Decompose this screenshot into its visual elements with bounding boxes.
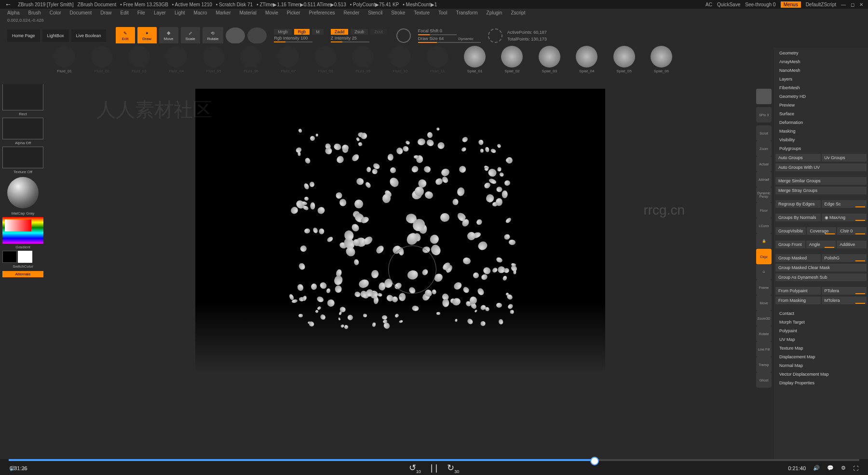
window-max-icon[interactable]: ◻	[851, 2, 854, 7]
texture-thumb[interactable]	[2, 147, 43, 168]
btn-mtolera[interactable]: MTolera	[822, 297, 867, 304]
btn-groupvisible[interactable]: GroupVisible	[775, 227, 806, 235]
panel-polypaint[interactable]: Polypaint	[775, 327, 867, 335]
strip-move[interactable]: Move	[756, 295, 772, 311]
menu-render[interactable]: Render	[344, 10, 360, 15]
panel-displacement-map[interactable]: Displacement Map	[775, 353, 867, 361]
panel-fibermesh[interactable]: FiberMesh	[775, 84, 867, 92]
btn-regroup-by-edges[interactable]: Regroup By Edges	[775, 200, 821, 208]
edit-button[interactable]: ✎Edit	[116, 27, 135, 45]
strip-line-fill[interactable]: Line Fill	[756, 341, 772, 357]
menu-zplugin[interactable]: Zplugin	[487, 10, 502, 15]
menu-light[interactable]: Light	[175, 10, 185, 15]
menu-zscript[interactable]: Zscript	[511, 10, 525, 15]
material-sphere-icon[interactable]	[756, 89, 772, 104]
btn-ptolera[interactable]: PTolera	[822, 287, 867, 295]
panel-contact[interactable]: Contact	[775, 310, 867, 317]
lightbox-button[interactable]: LightBox	[42, 29, 69, 42]
strip-dynamic-persp[interactable]: Dynamic Persp	[756, 187, 772, 203]
brush-fluid_03[interactable]: Fluid_03	[123, 46, 155, 82]
btn-group-front[interactable]: Group Front	[775, 241, 805, 248]
brush-splat_04[interactable]: Splat_04	[570, 46, 603, 82]
alpha-thumb[interactable]	[2, 118, 43, 139]
strip-scroll[interactable]: Scroll	[756, 125, 772, 141]
btn-groups-by-normals[interactable]: Groups By Normals	[775, 214, 821, 221]
strip-⊙[interactable]: ⊙	[756, 264, 772, 280]
menu-picker[interactable]: Picker	[287, 10, 300, 15]
brush-fluid_07[interactable]: Fluid_07	[272, 46, 304, 82]
panel-texture-map[interactable]: Texture Map	[775, 344, 867, 352]
quicksave-button[interactable]: QuickSave	[717, 2, 740, 7]
subtitle-icon-left[interactable]: ▭	[23, 466, 27, 471]
menus-button[interactable]: Menus	[781, 1, 801, 8]
strip-rotate[interactable]: Rotate	[756, 326, 772, 341]
menu-alpha[interactable]: Alpha	[7, 10, 20, 15]
btn-edge-sc[interactable]: Edge Sc	[822, 200, 867, 208]
focal-shift-slider[interactable]	[418, 34, 457, 35]
panel-polygroups[interactable]: Polygroups	[775, 145, 867, 152]
scale-button[interactable]: ⤢Scale	[181, 27, 200, 45]
menu-color[interactable]: Color	[50, 10, 61, 15]
zsub-button[interactable]: Zsub	[351, 29, 368, 35]
sculptris-button[interactable]	[247, 27, 267, 44]
menu-stroke[interactable]: Stroke	[391, 10, 405, 15]
brush-fluid_04[interactable]: Fluid_04	[160, 46, 192, 82]
volume-icon-left[interactable]: 🔊	[10, 466, 15, 471]
gizmo-button[interactable]	[226, 27, 245, 44]
z-intensity-slider[interactable]	[331, 41, 369, 42]
move-button[interactable]: ✥Move	[159, 27, 178, 45]
spix-button[interactable]: SPix 3	[756, 107, 772, 122]
btn-group-masked-clear-mask[interactable]: Group Masked Clear Mask	[775, 264, 867, 271]
panel-display-properties[interactable]: Display Properties	[775, 379, 867, 387]
strip-zoom3d[interactable]: Zoom3D	[756, 311, 772, 326]
brush-splat_01[interactable]: Splat_01	[459, 46, 491, 82]
btn-coverage[interactable]: Coverage	[807, 227, 836, 235]
video-progress[interactable]	[9, 459, 859, 461]
strip-actual[interactable]: Actual	[756, 156, 772, 172]
back-arrow-icon[interactable]: ←	[5, 0, 12, 8]
alternate-button[interactable]: Alternate	[2, 271, 43, 277]
rgb-button[interactable]: Rgb	[294, 29, 310, 35]
panel-layers[interactable]: Layers	[775, 75, 867, 83]
panel-morph-target[interactable]: Morph Target	[775, 318, 867, 326]
swatch-black[interactable]	[2, 251, 17, 263]
menu-texture[interactable]: Texture	[414, 10, 430, 15]
brush-fluid_06[interactable]: Fluid_06	[235, 46, 267, 82]
btn-angle[interactable]: Angle	[806, 241, 836, 248]
btn-auto-groups-with-uv[interactable]: Auto Groups With UV	[775, 163, 867, 171]
panel-nanomesh[interactable]: NanoMesh	[775, 67, 867, 74]
btn-◉-maxang[interactable]: ◉ MaxAng	[822, 214, 867, 221]
menu-material[interactable]: Material	[240, 10, 257, 15]
menu-preferences[interactable]: Preferences	[309, 10, 335, 15]
menu-macro[interactable]: Macro	[194, 10, 207, 15]
panel-arraymesh[interactable]: ArrayMesh	[775, 58, 867, 66]
strip-aahalf[interactable]: AAHalf	[756, 172, 772, 187]
viewport[interactable]	[195, 89, 605, 373]
panel-visibility[interactable]: Visibility	[775, 136, 867, 144]
strip-cxyz[interactable]: Cxyz	[756, 249, 772, 264]
swatch-white[interactable]	[18, 251, 32, 263]
strip-frame[interactable]: Frame	[756, 280, 772, 295]
menu-tool[interactable]: Tool	[438, 10, 447, 15]
default-zscript[interactable]: DefaultZScript	[806, 2, 836, 7]
matcap-sphere[interactable]	[7, 177, 39, 208]
menu-document[interactable]: Document	[70, 10, 92, 15]
menu-edit[interactable]: Edit	[121, 10, 129, 15]
skip-forward-icon[interactable]: ↻30	[447, 462, 459, 474]
brush-fluid_01[interactable]: Fluid_01	[48, 46, 81, 82]
panel-preview[interactable]: Preview	[775, 101, 867, 109]
btn-polishg[interactable]: PolishG	[822, 254, 867, 262]
btn-from-polypaint[interactable]: From Polypaint	[775, 287, 821, 295]
menu-file[interactable]: File	[137, 10, 145, 15]
menu-stencil[interactable]: Stencil	[368, 10, 382, 15]
strip-lconn[interactable]: LConn	[756, 218, 772, 233]
strip-ghost[interactable]: Ghost	[756, 372, 772, 388]
menu-marker[interactable]: Marker	[216, 10, 231, 15]
zcut-button[interactable]: Zcut	[370, 29, 387, 35]
btn-merge-similar-groups[interactable]: Merge Similar Groups	[775, 177, 867, 185]
btn-from-masking[interactable]: From Masking	[775, 297, 821, 304]
panel-surface[interactable]: Surface	[775, 110, 867, 118]
brush-splat_06[interactable]: Splat_06	[645, 46, 678, 82]
menu-movie[interactable]: Movie	[265, 10, 278, 15]
captions-icon[interactable]: 💬	[827, 465, 834, 471]
